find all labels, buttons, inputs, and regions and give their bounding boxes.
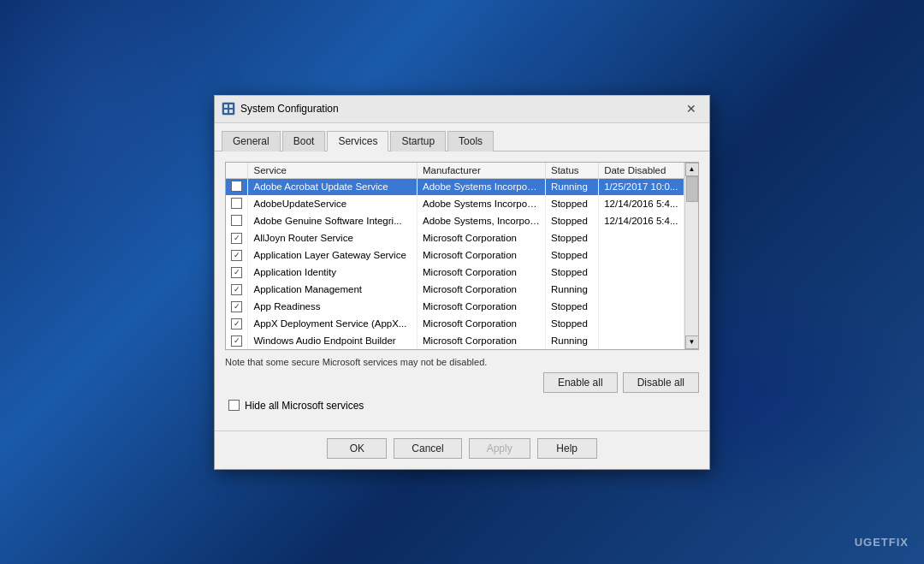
- row-service-2[interactable]: Adobe Genuine Software Integri...: [248, 212, 418, 229]
- row-manufacturer-4: Microsoft Corporation: [418, 246, 546, 264]
- row-manufacturer-8: Microsoft Corporation: [418, 315, 546, 332]
- row-status-5: Stopped: [546, 264, 599, 281]
- apply-button[interactable]: Apply: [469, 438, 530, 459]
- services-table-wrapper: Service Manufacturer Status Date Disable…: [226, 163, 684, 349]
- close-button[interactable]: ✕: [680, 100, 702, 117]
- row-checkbox-9[interactable]: [231, 335, 242, 347]
- row-status-3: Stopped: [546, 229, 599, 246]
- scrollbar[interactable]: ▲ ▼: [684, 163, 698, 349]
- tab-startup[interactable]: Startup: [390, 131, 446, 151]
- col-checkbox: [226, 163, 248, 179]
- row-checkbox-0[interactable]: [231, 181, 242, 192]
- svg-rect-1: [224, 104, 228, 108]
- system-configuration-dialog: System Configuration ✕ General Boot Serv…: [214, 95, 710, 470]
- row-service-4[interactable]: Application Layer Gateway Service: [248, 246, 418, 264]
- table-row[interactable]: Adobe Genuine Software Integri...Adobe S…: [226, 212, 684, 229]
- hide-microsoft-row: Hide all Microsoft services: [225, 400, 699, 412]
- row-manufacturer-7: Microsoft Corporation: [418, 298, 546, 315]
- row-date-0: 1/25/2017 10:0...: [599, 178, 684, 195]
- tab-boot[interactable]: Boot: [282, 131, 326, 151]
- table-row[interactable]: Adobe Acrobat Update ServiceAdobe System…: [226, 178, 684, 195]
- row-checkbox-4[interactable]: [231, 250, 242, 261]
- table-row[interactable]: Windows Audio Endpoint BuilderMicrosoft …: [226, 332, 684, 349]
- row-status-6: Running: [546, 281, 599, 298]
- svg-rect-4: [229, 110, 233, 113]
- table-row[interactable]: AdobeUpdateServiceAdobe Systems Incorpor…: [226, 195, 684, 212]
- row-manufacturer-9: Microsoft Corporation: [418, 332, 546, 349]
- row-date-6: [599, 281, 684, 298]
- hide-microsoft-label[interactable]: Hide all Microsoft services: [245, 400, 364, 412]
- tab-general[interactable]: General: [222, 131, 281, 151]
- ok-button[interactable]: OK: [327, 438, 387, 459]
- disable-all-button[interactable]: Disable all: [623, 372, 699, 393]
- tabs-bar: General Boot Services Startup Tools: [215, 123, 709, 151]
- row-date-2: 12/14/2016 5:4...: [599, 212, 684, 229]
- row-status-9: Running: [546, 332, 599, 349]
- row-checkbox-8[interactable]: [231, 318, 242, 329]
- row-service-7[interactable]: App Readiness: [248, 298, 418, 315]
- col-manufacturer[interactable]: Manufacturer: [418, 163, 546, 179]
- row-service-8[interactable]: AppX Deployment Service (AppX...: [248, 315, 418, 332]
- row-date-1: 12/14/2016 5:4...: [599, 195, 684, 212]
- scroll-thumb[interactable]: [686, 176, 698, 202]
- tab-services[interactable]: Services: [327, 131, 388, 151]
- row-date-8: [599, 315, 684, 332]
- row-service-3[interactable]: AllJoyn Router Service: [248, 229, 418, 246]
- row-date-9: [599, 332, 684, 349]
- bottom-buttons-row: OK Cancel Apply Help: [215, 430, 709, 469]
- row-service-9[interactable]: Windows Audio Endpoint Builder: [248, 332, 418, 349]
- row-date-7: [599, 298, 684, 315]
- table-row[interactable]: AllJoyn Router ServiceMicrosoft Corporat…: [226, 229, 684, 246]
- cancel-button[interactable]: Cancel: [394, 438, 461, 459]
- col-status[interactable]: Status: [546, 163, 599, 179]
- row-manufacturer-3: Microsoft Corporation: [418, 229, 546, 246]
- row-manufacturer-2: Adobe Systems, Incorpora...: [418, 212, 546, 229]
- row-checkbox-3[interactable]: [231, 233, 242, 244]
- dialog-content: Service Manufacturer Status Date Disable…: [215, 151, 709, 430]
- watermark: UGETFIX: [855, 536, 909, 549]
- row-manufacturer-6: Microsoft Corporation: [418, 281, 546, 298]
- svg-rect-2: [229, 104, 233, 108]
- row-manufacturer-0: Adobe Systems Incorporated: [418, 178, 546, 195]
- row-checkbox-6[interactable]: [231, 284, 242, 295]
- scroll-up-button[interactable]: ▲: [685, 163, 699, 176]
- row-status-1: Stopped: [546, 195, 599, 212]
- row-checkbox-1[interactable]: [231, 198, 242, 209]
- system-config-icon: [222, 102, 235, 116]
- enable-disable-row: Enable all Disable all: [225, 372, 699, 393]
- row-manufacturer-5: Microsoft Corporation: [418, 264, 546, 281]
- table-row[interactable]: App ReadinessMicrosoft CorporationStoppe…: [226, 298, 684, 315]
- note-text: Note that some secure Microsoft services…: [225, 357, 699, 367]
- row-checkbox-2[interactable]: [231, 215, 242, 226]
- enable-all-button[interactable]: Enable all: [543, 372, 618, 393]
- table-row[interactable]: Application ManagementMicrosoft Corporat…: [226, 281, 684, 298]
- col-service[interactable]: Service: [248, 163, 418, 179]
- row-status-2: Stopped: [546, 212, 599, 229]
- row-service-1[interactable]: AdobeUpdateService: [248, 195, 418, 212]
- row-date-3: [599, 229, 684, 246]
- hide-microsoft-checkbox[interactable]: [228, 400, 240, 411]
- col-date[interactable]: Date Disabled: [599, 163, 684, 179]
- row-status-7: Stopped: [546, 298, 599, 315]
- row-service-6[interactable]: Application Management: [248, 281, 418, 298]
- row-date-5: [599, 264, 684, 281]
- dialog-title: System Configuration: [240, 103, 680, 115]
- help-button[interactable]: Help: [537, 438, 597, 459]
- table-row[interactable]: Application IdentityMicrosoft Corporatio…: [226, 264, 684, 281]
- row-status-0: Running: [546, 178, 599, 195]
- scroll-down-button[interactable]: ▼: [685, 335, 699, 349]
- table-row[interactable]: AppX Deployment Service (AppX...Microsof…: [226, 315, 684, 332]
- title-bar: System Configuration ✕: [215, 96, 709, 123]
- row-checkbox-7[interactable]: [231, 301, 242, 312]
- row-date-4: [599, 246, 684, 264]
- row-service-0[interactable]: Adobe Acrobat Update Service: [248, 178, 418, 195]
- scroll-track[interactable]: [685, 176, 698, 335]
- row-manufacturer-1: Adobe Systems Incorporated: [418, 195, 546, 212]
- row-checkbox-5[interactable]: [231, 267, 242, 278]
- row-status-4: Stopped: [546, 246, 599, 264]
- services-container: Service Manufacturer Status Date Disable…: [225, 162, 699, 350]
- row-service-5[interactable]: Application Identity: [248, 264, 418, 281]
- svg-rect-3: [224, 110, 228, 113]
- table-row[interactable]: Application Layer Gateway ServiceMicroso…: [226, 246, 684, 264]
- tab-tools[interactable]: Tools: [447, 131, 494, 151]
